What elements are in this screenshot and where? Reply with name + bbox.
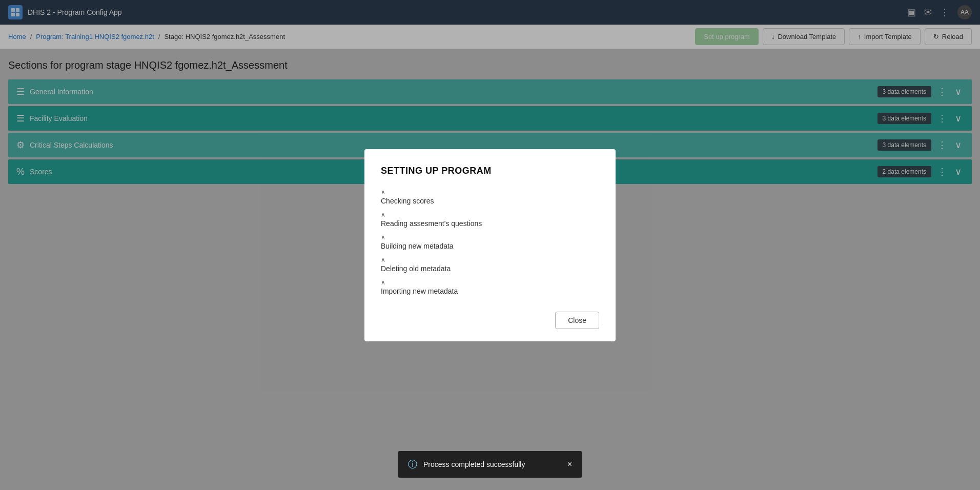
modal-step: ∧ Reading assesment's questions — [381, 211, 599, 232]
step-label: Building new metadata — [381, 242, 599, 250]
modal-step: ∧ Importing new metadata — [381, 279, 599, 299]
setting-up-program-modal: SETTING UP PROGRAM ∧ Checking scores ∧ R… — [364, 149, 616, 341]
step-label: Checking scores — [381, 197, 599, 205]
modal-steps: ∧ Checking scores ∧ Reading assesment's … — [381, 189, 599, 299]
toast-close-button[interactable]: × — [567, 460, 572, 469]
toast-message: Process completed successfully — [423, 460, 525, 468]
step-chevron-icon: ∧ — [381, 256, 599, 263]
modal-title: SETTING UP PROGRAM — [381, 166, 599, 176]
step-chevron-icon: ∧ — [381, 234, 599, 241]
modal-close-button[interactable]: Close — [555, 312, 599, 329]
step-chevron-icon: ∧ — [381, 211, 599, 218]
modal-footer: Close — [381, 312, 599, 329]
modal-step: ∧ Deleting old metadata — [381, 256, 599, 277]
toast-notification: ⓘ Process completed successfully × — [398, 451, 582, 478]
modal-step: ∧ Building new metadata — [381, 234, 599, 254]
toast-info-icon: ⓘ — [408, 458, 417, 471]
step-label: Importing new metadata — [381, 287, 599, 295]
step-label: Deleting old metadata — [381, 264, 599, 273]
modal-overlay: SETTING UP PROGRAM ∧ Checking scores ∧ R… — [0, 0, 980, 490]
step-label: Reading assesment's questions — [381, 219, 599, 228]
step-chevron-icon: ∧ — [381, 279, 599, 286]
modal-step: ∧ Checking scores — [381, 189, 599, 209]
step-chevron-icon: ∧ — [381, 189, 599, 196]
